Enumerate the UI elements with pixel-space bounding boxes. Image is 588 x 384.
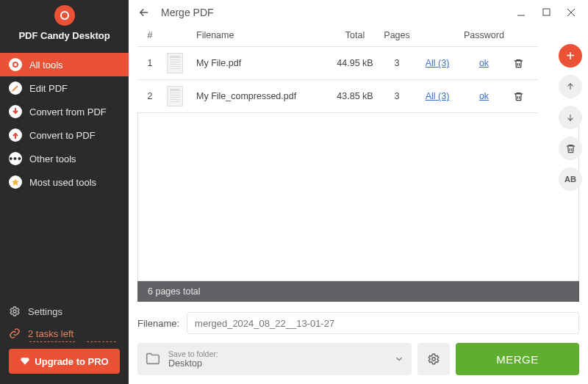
cell-filename: My File.pdf xyxy=(192,47,331,80)
delete-row-button[interactable] xyxy=(513,58,534,69)
delete-all-button[interactable] xyxy=(559,137,582,160)
pdf-thumbnail-icon xyxy=(167,86,183,106)
gear-icon xyxy=(427,352,440,366)
minimize-button[interactable] xyxy=(509,1,534,23)
add-file-button[interactable]: + xyxy=(559,44,582,68)
sidebar-item-label: Edit PDF xyxy=(29,83,68,94)
status-text: 6 pages total xyxy=(148,286,201,297)
close-icon xyxy=(567,8,576,17)
close-button[interactable] xyxy=(559,1,584,23)
col-num: # xyxy=(137,24,162,47)
sidebar-item-label: Other tools xyxy=(29,153,76,164)
download-icon xyxy=(9,105,22,118)
cell-pagecount: 3 xyxy=(379,47,415,80)
output-settings-button[interactable] xyxy=(417,343,450,375)
col-filename: Filename xyxy=(192,24,331,47)
col-thumb xyxy=(162,24,192,47)
table-row[interactable]: 2 My File_compressed.pdf 43.85 kB 3 All … xyxy=(137,80,538,113)
trash-icon xyxy=(513,58,524,69)
delete-row-button[interactable] xyxy=(513,91,534,102)
arrow-down-icon xyxy=(565,112,576,123)
upgrade-label: Upgrade to PRO xyxy=(35,356,108,367)
sidebar-item-label: Convert from PDF xyxy=(29,106,107,117)
cell-total: 44.95 kB xyxy=(331,47,379,80)
right-rail: + AB xyxy=(557,44,584,191)
cell-num: 1 xyxy=(137,47,162,80)
link-icon xyxy=(9,327,21,339)
col-delete xyxy=(509,24,538,47)
pages-link[interactable]: All (3) xyxy=(426,58,450,68)
filename-input[interactable] xyxy=(187,312,579,334)
tasks-label: 2 tasks left xyxy=(28,328,74,339)
sidebar-item-convert-from-pdf[interactable]: Convert from PDF xyxy=(0,100,129,123)
file-table: # Filename Total Pages Password 1 My Fil… xyxy=(137,24,538,113)
svg-point-3 xyxy=(432,358,436,361)
cell-pagecount: 3 xyxy=(379,80,415,113)
bottom-bar: Save to folder: Desktop MERGE xyxy=(137,343,579,375)
table-row[interactable]: 1 My File.pdf 44.95 kB 3 All (3) ok xyxy=(137,47,538,80)
save-folder-select[interactable]: Save to folder: Desktop xyxy=(137,343,412,375)
save-folder-text: Save to folder: Desktop xyxy=(168,349,218,369)
file-table-wrap: # Filename Total Pages Password 1 My Fil… xyxy=(137,24,579,113)
sidebar-tasks-left[interactable]: 2 tasks left xyxy=(9,322,120,344)
trash-icon xyxy=(565,143,576,154)
save-folder-label: Save to folder: xyxy=(168,349,218,358)
sidebar: PDF Candy Desktop All tools Edit PDF Con… xyxy=(0,0,129,384)
cell-filename: My File_compressed.pdf xyxy=(192,80,331,113)
sidebar-item-label: Most used tools xyxy=(29,177,96,188)
col-pages xyxy=(415,24,459,47)
maximize-button[interactable] xyxy=(534,1,559,23)
star-icon xyxy=(9,175,22,189)
merge-button[interactable]: MERGE xyxy=(456,343,579,375)
main-area: Merge PDF # Filename Total Pages Passwor… xyxy=(129,0,588,384)
swirl-icon xyxy=(9,58,22,71)
dots-icon: ••• xyxy=(9,152,22,165)
sort-button[interactable]: AB xyxy=(559,167,582,191)
sidebar-item-label: All tools xyxy=(29,59,63,70)
pages-link[interactable]: All (3) xyxy=(426,91,450,101)
arrow-up-icon xyxy=(565,81,576,92)
sidebar-footer: Settings 2 tasks left Upgrade to PRO xyxy=(0,293,129,384)
password-link[interactable]: ok xyxy=(479,91,489,101)
cell-thumb xyxy=(162,47,192,80)
col-total: Total xyxy=(331,24,379,47)
sidebar-item-edit-pdf[interactable]: Edit PDF xyxy=(0,76,129,100)
diamond-icon xyxy=(20,356,30,366)
sidebar-item-other-tools[interactable]: ••• Other tools xyxy=(0,147,129,170)
pencil-icon xyxy=(9,81,22,95)
col-password: Password xyxy=(459,24,509,47)
sidebar-logo-area: PDF Candy Desktop xyxy=(0,0,129,46)
svg-rect-2 xyxy=(543,9,550,15)
sidebar-item-all-tools[interactable]: All tools xyxy=(0,53,129,76)
plus-icon: + xyxy=(566,48,575,65)
password-link[interactable]: ok xyxy=(479,58,489,68)
gear-icon xyxy=(9,305,21,317)
cell-num: 2 xyxy=(137,80,162,113)
sidebar-nav: All tools Edit PDF Convert from PDF Conv… xyxy=(0,53,129,194)
sidebar-item-most-used[interactable]: Most used tools xyxy=(0,170,129,194)
svg-point-0 xyxy=(13,310,16,313)
arrow-left-icon xyxy=(137,6,151,19)
app-logo xyxy=(54,5,75,26)
sidebar-item-label: Convert to PDF xyxy=(29,130,96,141)
maximize-icon xyxy=(542,8,551,16)
filename-label: Filename: xyxy=(137,318,179,329)
app-title: PDF Candy Desktop xyxy=(18,30,110,41)
table-header-row: # Filename Total Pages Password xyxy=(137,24,538,47)
upload-icon xyxy=(9,128,22,142)
chevron-down-icon xyxy=(394,354,404,364)
move-up-button[interactable] xyxy=(559,75,582,98)
sidebar-settings[interactable]: Settings xyxy=(9,300,120,322)
page-title: Merge PDF xyxy=(161,7,214,18)
cell-total: 43.85 kB xyxy=(331,80,379,113)
titlebar: Merge PDF xyxy=(129,0,588,24)
sort-az-icon: AB xyxy=(564,175,576,184)
col-pagecount: Pages xyxy=(379,24,415,47)
upgrade-button[interactable]: Upgrade to PRO xyxy=(9,349,120,374)
move-down-button[interactable] xyxy=(559,106,582,129)
back-button[interactable] xyxy=(137,6,152,19)
sidebar-item-convert-to-pdf[interactable]: Convert to PDF xyxy=(0,123,129,147)
pdf-thumbnail-icon xyxy=(167,53,183,73)
filename-row: Filename: xyxy=(137,312,579,334)
folder-icon xyxy=(145,351,161,367)
